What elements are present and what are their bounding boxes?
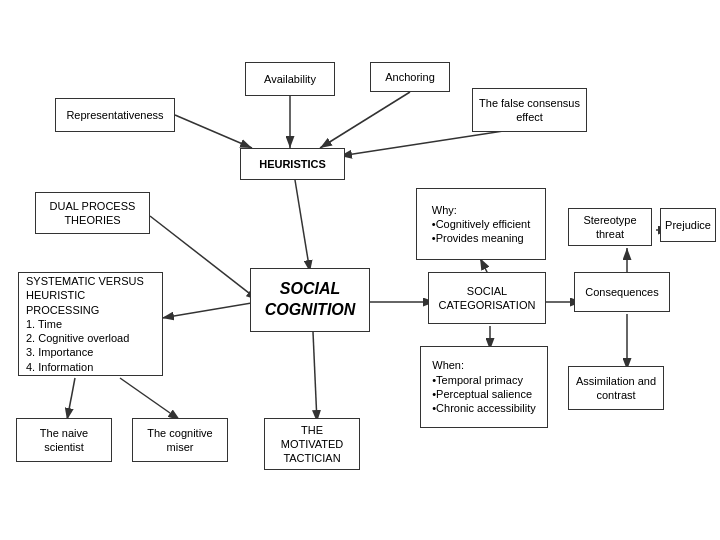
social-categorisation-node: SOCIAL CATEGORISATION: [428, 272, 546, 324]
stereotype-node: Stereotype threat: [568, 208, 652, 246]
why-box-node: Why: •Cognitively efficient •Provides me…: [416, 188, 546, 260]
svg-line-7: [150, 216, 258, 300]
false-consensus-node: The false consensus effect: [472, 88, 587, 132]
svg-line-16: [67, 378, 75, 420]
motivated-tactician-node: THE MOTIVATED TACTICIAN: [264, 418, 360, 470]
dual-process-node: DUAL PROCESS THEORIES: [35, 192, 150, 234]
diagram: Availability Anchoring Representativenes…: [0, 0, 720, 540]
naive-scientist-node: The naive scientist: [16, 418, 112, 462]
svg-line-17: [120, 378, 180, 420]
prejudice-node: Prejudice: [660, 208, 716, 242]
svg-line-8: [162, 302, 258, 318]
svg-line-3: [320, 92, 410, 148]
cognitive-miser-node: The cognitive miser: [132, 418, 228, 462]
heuristics-node: HEURISTICS: [240, 148, 345, 180]
when-box-node: When: •Temporal primacy •Perceptual sali…: [420, 346, 548, 428]
social-cognition-node: SOCIAL COGNITION: [250, 268, 370, 332]
consequences-node: Consequences: [574, 272, 670, 312]
svg-line-4: [175, 115, 252, 148]
representativeness-node: Representativeness: [55, 98, 175, 132]
availability-node: Availability: [245, 62, 335, 96]
systematic-node: SYSTEMATIC VERSUS HEURISTIC PROCESSING 1…: [18, 272, 163, 376]
svg-line-5: [340, 130, 510, 156]
anchoring-node: Anchoring: [370, 62, 450, 92]
svg-line-18: [313, 332, 317, 422]
svg-line-6: [295, 180, 310, 272]
assimilation-node: Assimilation and contrast: [568, 366, 664, 410]
